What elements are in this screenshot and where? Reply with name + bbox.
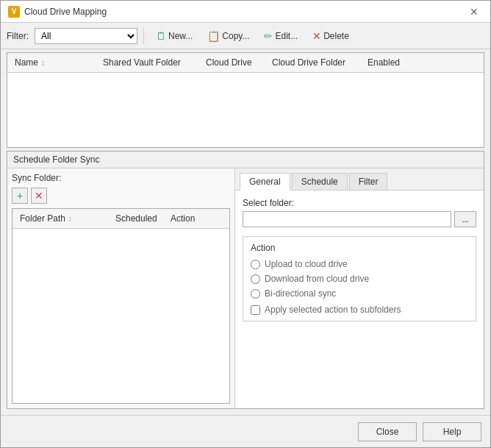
add-icon: +	[17, 190, 23, 202]
folder-path-input[interactable]	[243, 211, 451, 227]
new-button[interactable]: 🗒 New...	[150, 26, 198, 46]
schedule-section: Schedule Folder Sync Sync Folder: + ✕ F	[7, 151, 484, 409]
sort-arrow-path: ↕	[68, 215, 72, 223]
checkbox-subfolders-label: Apply selected action to subfolders	[265, 305, 401, 315]
radio-download: Download from cloud drive	[251, 274, 468, 284]
section-title: Schedule Folder Sync	[7, 152, 484, 168]
col-folder-path: Folder Path ↕	[17, 212, 112, 225]
close-button[interactable]: Close	[358, 422, 417, 441]
left-panel: Sync Folder: + ✕ Folder Path ↕	[7, 168, 235, 408]
filter-label: Filter:	[7, 31, 29, 41]
radio-bidirectional-input[interactable]	[251, 289, 260, 299]
close-window-button[interactable]: ✕	[465, 4, 483, 19]
col-action: Action	[168, 212, 219, 225]
edit-icon: ✏	[264, 30, 273, 42]
col-cloud: Cloud Drive	[203, 56, 269, 69]
app-icon: V	[8, 6, 20, 18]
col-shared: Shared Vault Folder	[100, 56, 203, 69]
sort-arrow-name: ↕	[41, 59, 45, 67]
table-header: Name ↕ Shared Vault Folder Cloud Drive C…	[7, 53, 484, 73]
filter-select[interactable]: All	[35, 28, 137, 44]
edit-button[interactable]: ✏ Edit...	[258, 26, 304, 46]
copy-icon: 📋	[207, 30, 220, 42]
select-folder-label: Select folder:	[243, 198, 476, 208]
table-body	[7, 73, 484, 146]
col-scheduled: Scheduled	[112, 212, 168, 225]
radio-upload: Upload to cloud drive	[251, 259, 468, 269]
col-name: Name ↕	[12, 56, 100, 69]
delete-icon: ✕	[312, 30, 321, 42]
window-title: Cloud Drive Mapping	[24, 7, 107, 17]
main-table: Name ↕ Shared Vault Folder Cloud Drive C…	[7, 52, 484, 148]
tab-general[interactable]: General	[240, 173, 290, 191]
right-panel: General Schedule Filter Select folder: .…	[235, 168, 484, 408]
main-window: V Cloud Drive Mapping ✕ Filter: All 🗒 Ne…	[0, 0, 491, 448]
help-button[interactable]: Help	[423, 422, 481, 441]
title-bar-left: V Cloud Drive Mapping	[8, 6, 107, 18]
tabs: General Schedule Filter	[235, 168, 484, 191]
folder-table-header: Folder Path ↕ Scheduled Action	[12, 209, 229, 229]
checkbox-subfolders-input[interactable]	[251, 305, 260, 315]
select-folder-row: ...	[243, 211, 476, 227]
radio-upload-input[interactable]	[251, 260, 260, 269]
title-bar: V Cloud Drive Mapping ✕	[1, 1, 490, 23]
remove-folder-button[interactable]: ✕	[31, 188, 47, 204]
tab-schedule[interactable]: Schedule	[292, 173, 348, 190]
folder-table: Folder Path ↕ Scheduled Action	[12, 208, 230, 404]
col-cloud-folder: Cloud Drive Folder	[269, 56, 365, 69]
radio-bidirectional: Bi-directional sync	[251, 288, 468, 299]
action-group: Action Upload to cloud drive Download fr…	[243, 236, 476, 321]
radio-bidirectional-label: Bi-directional sync	[265, 288, 336, 299]
tab-filter[interactable]: Filter	[349, 173, 388, 190]
add-folder-button[interactable]: +	[12, 188, 28, 204]
footer: Close Help	[1, 415, 490, 447]
checkbox-subfolders: Apply selected action to subfolders	[251, 305, 468, 315]
browse-button[interactable]: ...	[454, 211, 476, 227]
delete-button[interactable]: ✕ Delete	[307, 26, 355, 46]
action-title: Action	[251, 243, 468, 253]
radio-download-input[interactable]	[251, 274, 260, 284]
radio-upload-label: Upload to cloud drive	[265, 259, 348, 269]
toolbar: Filter: All 🗒 New... 📋 Copy... ✏ Edit...…	[1, 23, 490, 49]
remove-icon: ✕	[35, 190, 43, 202]
col-enabled: Enabled	[365, 56, 416, 69]
toolbar-separator	[143, 28, 144, 44]
radio-download-label: Download from cloud drive	[265, 274, 369, 284]
copy-button[interactable]: 📋 Copy...	[201, 26, 255, 46]
sync-folder-label: Sync Folder:	[12, 173, 230, 183]
folder-toolbar: + ✕	[12, 188, 230, 204]
new-icon: 🗒	[156, 30, 166, 42]
section-content: Sync Folder: + ✕ Folder Path ↕	[7, 168, 484, 408]
tab-content-general: Select folder: ... Action Upload to clou…	[235, 191, 484, 408]
